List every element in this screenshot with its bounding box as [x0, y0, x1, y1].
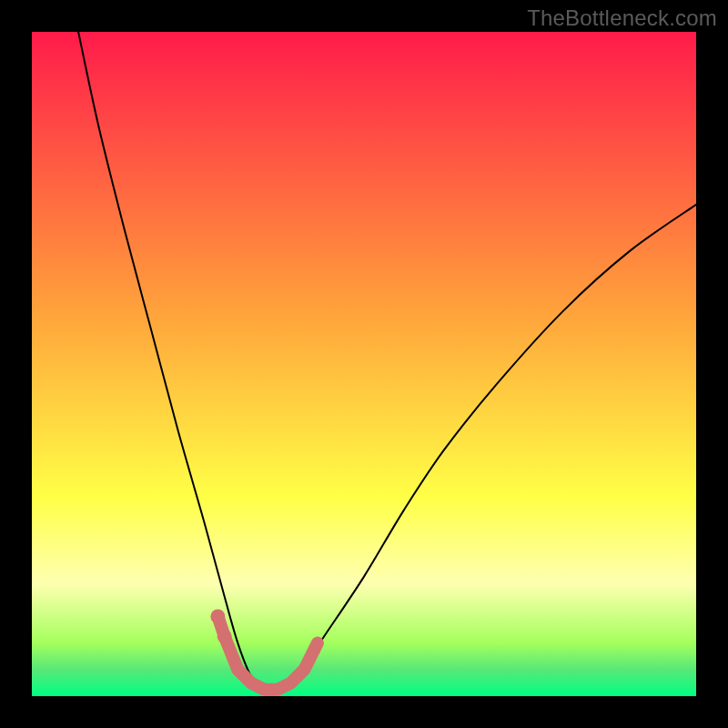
marker-dot [217, 629, 232, 643]
watermark-text: TheBottleneck.com [527, 5, 717, 31]
gradient-background [32, 32, 696, 696]
marker-dot [210, 609, 225, 623]
plot-area [32, 32, 696, 696]
chart-frame: TheBottleneck.com [0, 0, 728, 728]
chart-svg [32, 32, 696, 696]
